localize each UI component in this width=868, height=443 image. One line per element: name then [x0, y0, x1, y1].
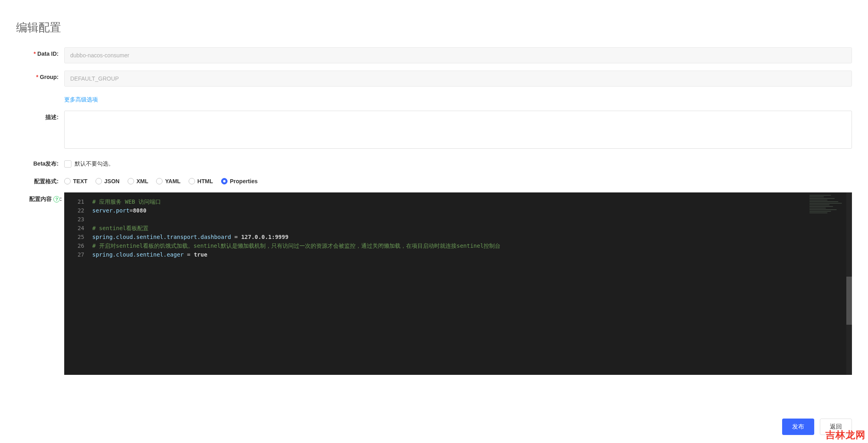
beta-hint: 默认不要勾选。 [75, 160, 114, 168]
page-title: 编辑配置 [0, 0, 868, 47]
config-form: *Data ID: *Group: 更多高级选项 描述: Beta发布: 默认不… [0, 47, 868, 375]
row-group: *Group: [16, 71, 852, 87]
row-data-id: *Data ID: [16, 47, 852, 63]
editor-code[interactable]: # 应用服务 WEB 访问端口server.port=8080 # sentin… [88, 192, 852, 259]
format-radio-json[interactable]: JSON [96, 178, 120, 184]
publish-button[interactable]: 发布 [782, 419, 814, 435]
description-textarea[interactable] [64, 111, 852, 149]
footer-actions: 发布 返回 [782, 419, 852, 435]
help-icon[interactable]: ? [53, 196, 60, 202]
row-description: 描述: [16, 111, 852, 150]
advanced-options-link[interactable]: 更多高级选项 [64, 94, 98, 103]
data-id-input [64, 47, 852, 63]
label-content: 配置内容 ? : [16, 192, 64, 203]
row-advanced-link: 更多高级选项 [16, 94, 852, 103]
editor-scrollbar[interactable] [846, 192, 852, 375]
code-editor[interactable]: 21222324252627 # 应用服务 WEB 访问端口server.por… [64, 192, 852, 375]
beta-checkbox[interactable] [64, 160, 71, 168]
format-radio-yaml[interactable]: YAML [156, 178, 180, 184]
label-data-id: *Data ID: [16, 47, 64, 57]
format-radio-text[interactable]: TEXT [64, 178, 87, 184]
format-radio-xml[interactable]: XML [128, 178, 148, 184]
row-format: 配置格式: TEXTJSONXMLYAMLHTMLProperties [16, 175, 852, 185]
format-radio-html[interactable]: HTML [189, 178, 213, 184]
editor-minimap[interactable] [809, 195, 846, 223]
group-input [64, 71, 852, 87]
row-beta: Beta发布: 默认不要勾选。 [16, 157, 852, 168]
editor-scroll-thumb[interactable] [846, 277, 852, 325]
row-content: 配置内容 ? : 21222324252627 # 应用服务 WEB 访问端口s… [16, 192, 852, 375]
format-radio-properties[interactable]: Properties [221, 178, 258, 184]
label-format: 配置格式: [16, 175, 64, 185]
label-description: 描述: [16, 111, 64, 121]
editor-gutter: 21222324252627 [64, 192, 88, 259]
label-beta: Beta发布: [16, 157, 64, 168]
back-button[interactable]: 返回 [820, 419, 852, 435]
label-group: *Group: [16, 71, 64, 80]
